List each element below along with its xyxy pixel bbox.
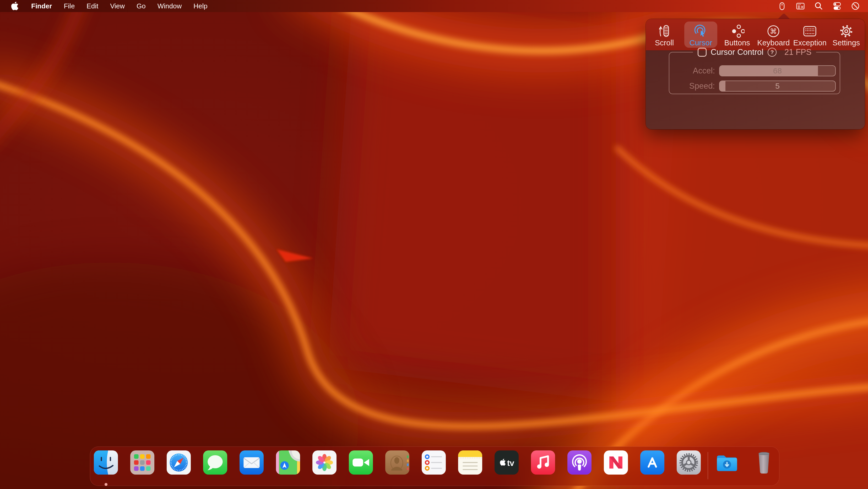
apple-menu[interactable]	[10, 1, 20, 11]
finder-icon	[94, 451, 118, 474]
cursor-control-checkbox[interactable]	[698, 48, 707, 57]
tab-settings[interactable]: Settings	[830, 22, 863, 48]
cursor-control-label: Cursor Control	[711, 48, 764, 57]
dock-item-photos[interactable]	[312, 451, 337, 474]
mouse-status-item[interactable]	[777, 1, 787, 11]
tab-label: Cursor	[689, 39, 712, 47]
speed-slider[interactable]: 5	[719, 81, 836, 91]
accel-slider[interactable]: 68	[719, 65, 836, 76]
dock-item-launchpad[interactable]	[130, 451, 154, 474]
notes-icon	[458, 451, 482, 474]
mail-icon	[240, 451, 264, 474]
music-icon	[531, 451, 555, 474]
safari-icon	[167, 451, 191, 474]
shortcuts-window-icon: ⌘	[796, 1, 805, 11]
gear-icon	[839, 24, 854, 39]
fps-value: 21 FPS	[784, 48, 811, 57]
dock-item-tv[interactable]: tv	[495, 451, 519, 474]
circle-slash-icon	[851, 1, 860, 11]
control-center-icon	[832, 1, 842, 11]
contacts-icon	[385, 451, 409, 474]
menu-item-window[interactable]: Window	[157, 2, 182, 10]
dock-item-safari[interactable]	[167, 451, 191, 474]
mouse-icon	[777, 1, 787, 11]
finder-running-indicator	[104, 483, 107, 486]
apple-icon	[11, 2, 18, 10]
shortcuts-window-status-item[interactable]: ⌘	[796, 1, 805, 11]
speed-label: Speed:	[669, 81, 719, 91]
dock-item-news[interactable]	[604, 451, 628, 474]
help-icon[interactable]: ?	[768, 48, 777, 57]
dock-item-mail[interactable]	[240, 451, 264, 474]
scroll-icon	[657, 24, 672, 39]
accel-row: Accel: 68	[669, 65, 840, 76]
menu-bar-status-area: ⌘	[777, 1, 868, 11]
maps-icon	[276, 451, 300, 474]
cursor-panel: Cursor Control ? 21 FPS Accel: 68 Speed:	[646, 50, 865, 130]
keyboard-icon: ⌘	[766, 24, 781, 39]
speed-value: 5	[720, 81, 835, 91]
menu-bar-left: Finder File Edit View Go Window Help	[0, 1, 208, 11]
tab-exception[interactable]: Exception	[793, 22, 826, 48]
tab-label: Scroll	[655, 39, 674, 47]
svg-text:⌘: ⌘	[770, 27, 777, 35]
tab-buttons[interactable]: Buttons	[721, 22, 754, 48]
tab-label: Buttons	[724, 39, 750, 47]
popover-tab-bar: Scroll Cursor	[646, 19, 865, 50]
facetime-icon	[349, 451, 373, 474]
desktop: { "menubar": { "app_name": "Finder", "me…	[0, 0, 868, 489]
menu-item-edit[interactable]: Edit	[87, 2, 98, 10]
tv-icon: tv	[495, 451, 519, 474]
accel-label: Accel:	[669, 66, 719, 76]
circle-slash-status-item[interactable]	[851, 1, 860, 11]
dock-item-music[interactable]	[531, 451, 555, 474]
search-icon	[814, 1, 824, 11]
podcasts-icon	[567, 451, 591, 474]
accel-value: 68	[720, 66, 835, 76]
dock-item-facetime[interactable]	[349, 451, 373, 474]
messages-icon	[203, 451, 227, 474]
spotlight-status-item[interactable]	[814, 1, 824, 11]
menu-item-help[interactable]: Help	[193, 2, 207, 10]
popover-body: Scroll Cursor	[646, 19, 865, 130]
dock-item-downloads[interactable]	[715, 451, 739, 474]
dock-item-podcasts[interactable]	[567, 451, 591, 474]
downloads-folder-icon	[715, 451, 739, 474]
svg-text:⌘: ⌘	[801, 5, 804, 9]
tab-scroll[interactable]: Scroll	[648, 22, 681, 48]
menu-bar: Finder File Edit View Go Window Help ⌘	[0, 0, 868, 12]
dock-item-messages[interactable]	[203, 451, 227, 474]
tab-label: Settings	[833, 39, 860, 47]
dock-item-appstore[interactable]	[640, 451, 664, 474]
cursor-control-group: Cursor Control ? 21 FPS Accel: 68 Speed:	[669, 48, 840, 94]
buttons-icon	[730, 24, 745, 39]
dock-item-reminders[interactable]	[422, 451, 446, 474]
tab-label: Keyboard	[757, 39, 789, 47]
dock-item-contacts[interactable]	[385, 451, 409, 474]
app-store-icon	[640, 451, 664, 474]
dock: tv	[90, 447, 779, 486]
cursor-icon	[693, 24, 708, 39]
dock-divider	[708, 452, 708, 479]
menu-item-view[interactable]: View	[110, 2, 125, 10]
svg-text:tv: tv	[507, 459, 514, 467]
system-preferences-icon	[677, 451, 701, 474]
dock-item-maps[interactable]	[276, 451, 300, 474]
cursor-control-legend: Cursor Control ? 21 FPS	[693, 48, 816, 57]
dock-item-system-preferences[interactable]	[677, 451, 701, 474]
control-center-status-item[interactable]	[832, 1, 842, 11]
speed-row: Speed: 5	[669, 81, 840, 91]
tab-cursor[interactable]: Cursor	[684, 22, 717, 48]
dock-item-notes[interactable]	[458, 451, 482, 474]
menu-item-go[interactable]: Go	[136, 2, 146, 10]
app-menu-finder[interactable]: Finder	[31, 2, 52, 10]
photos-icon	[312, 451, 337, 474]
tab-keyboard[interactable]: ⌘ Keyboard	[757, 22, 790, 48]
dock-item-finder[interactable]	[94, 451, 118, 474]
mouse-settings-popover: Scroll Cursor	[646, 19, 865, 130]
launchpad-icon	[130, 451, 154, 474]
reminders-icon	[422, 451, 446, 474]
exception-icon	[803, 24, 817, 39]
menu-item-file[interactable]: File	[64, 2, 75, 10]
dock-item-trash[interactable]	[751, 451, 775, 474]
